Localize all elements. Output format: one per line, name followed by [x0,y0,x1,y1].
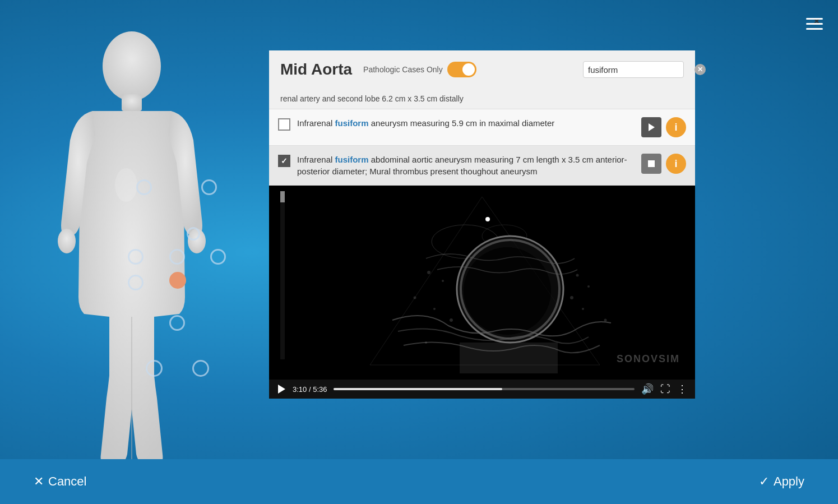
body-dot-right-side[interactable] [210,249,226,265]
svg-point-11 [485,217,490,221]
svg-point-15 [464,247,551,335]
body-dot-mid-right[interactable] [187,227,200,241]
case-text-after-1: aneurysm measuring 5.9 cm in maximal dia… [369,118,555,128]
cancel-label: Cancel [48,474,86,489]
body-dot-upper-left[interactable] [136,179,152,195]
case-actions-2: i [641,154,686,174]
case-play-button-1[interactable] [641,117,661,137]
toggle-slider [447,62,476,77]
svg-point-18 [427,271,430,274]
svg-point-0 [103,31,161,101]
body-dot-abdom-left[interactable] [128,249,143,265]
case-stop-button-2[interactable] [641,154,661,174]
svg-point-5 [115,168,137,202]
svg-point-25 [570,296,573,299]
svg-point-28 [604,319,607,322]
ultrasound-display: SONOVSIM [269,186,695,376]
video-time-display: 3:10 / 5:36 [293,385,327,394]
video-progress-bar[interactable] [334,388,635,390]
bottom-bar: ✕ Cancel ✓ Apply [0,459,838,504]
hamburger-line-1 [806,18,823,20]
svg-rect-1 [122,94,142,111]
case-actions-1: i [641,117,686,137]
svg-point-27 [425,341,427,344]
video-play-icon [277,384,286,394]
panel-header: Mid Aorta Pathologic Cases Only ✕ [269,50,695,89]
svg-marker-30 [278,385,285,394]
body-dot-mid-aorta-active[interactable] [169,272,186,289]
body-dot-lower-abdom[interactable] [169,315,185,331]
play-icon-1 [647,123,655,132]
case-highlight-1: fusiform [335,118,369,128]
video-volume-button[interactable]: 🔊 [641,383,654,395]
body-figure-area [0,0,263,504]
svg-rect-9 [280,191,285,359]
apply-button[interactable]: ✓ Apply [759,474,804,489]
svg-point-2 [58,229,76,253]
case-highlight-2: fusiform [335,155,369,164]
body-dot-abdom-right[interactable] [169,249,185,265]
svg-point-23 [576,274,579,277]
apply-icon: ✓ [759,474,769,489]
video-progress-fill [334,388,502,390]
case-checkbox-2[interactable] [278,155,290,167]
body-dot-hip-left[interactable] [146,360,163,377]
cancel-button[interactable]: ✕ Cancel [34,474,86,489]
case-text-2: Infrarenal fusiform abdominal aortic ane… [297,154,635,177]
pathologic-toggle[interactable] [447,62,476,77]
pathologic-label: Pathologic Cases Only [363,65,443,74]
video-controls: 3:10 / 5:36 🔊 ⛶ [269,380,695,399]
svg-point-24 [587,285,590,288]
video-play-button[interactable] [277,384,286,394]
case-text-1: Infrarenal fusiform aneurysm measuring 5… [297,117,635,129]
case-info-button-1[interactable]: i [666,117,686,137]
svg-point-26 [582,308,584,310]
svg-point-22 [450,318,453,322]
svg-point-21 [433,308,436,310]
svg-point-19 [442,280,444,282]
stop-icon-2 [647,160,655,168]
ultrasound-svg: SONOVSIM [269,186,695,376]
svg-point-20 [414,297,416,299]
video-player: SONOVSIM 3:10 / [269,186,695,399]
total-time: 5:36 [313,385,327,394]
case-text-before-2: Infrarenal [297,155,335,164]
main-panel: Mid Aorta Pathologic Cases Only ✕ renal … [269,50,695,399]
svg-rect-17 [460,343,558,373]
controls-main-row: 3:10 / 5:36 🔊 ⛶ [277,383,687,395]
case-row-1: Infrarenal fusiform aneurysm measuring 5… [269,109,695,146]
human-body-model [36,28,227,477]
video-more-button[interactable]: ⋮ [677,383,687,395]
svg-marker-6 [649,123,655,131]
partial-case-row: renal artery and second lobe 6.2 cm x 3.… [269,89,695,109]
hamburger-menu-button[interactable] [802,11,827,36]
svg-text:SONOVSIM: SONOVSIM [617,353,680,364]
case-checkbox-1[interactable] [278,118,290,131]
partial-text: renal artery and second lobe 6.2 cm x 3.… [280,94,464,103]
search-clear-button[interactable]: ✕ [695,64,706,75]
cancel-icon: ✕ [34,474,44,489]
hamburger-line-3 [806,28,823,30]
pathologic-toggle-container: Pathologic Cases Only [363,62,476,77]
hamburger-line-2 [806,23,823,25]
body-dot-upper-right[interactable] [201,179,217,195]
panel-title: Mid Aorta [280,61,352,78]
body-dot-lower-left[interactable] [128,275,143,290]
panel-content[interactable]: renal artery and second lobe 6.2 cm x 3.… [269,89,695,399]
search-box: ✕ [583,61,684,78]
svg-rect-7 [648,160,655,167]
svg-rect-10 [280,191,285,202]
current-time: 3:10 [293,385,307,394]
body-dot-hip-right[interactable] [192,360,209,377]
search-input[interactable] [588,65,695,75]
case-text-before-1: Infrarenal [297,118,335,128]
apply-label: Apply [774,474,804,489]
case-info-button-2[interactable]: i [666,154,686,174]
video-fullscreen-button[interactable]: ⛶ [660,383,670,395]
case-row-2: Infrarenal fusiform abdominal aortic ane… [269,146,695,186]
